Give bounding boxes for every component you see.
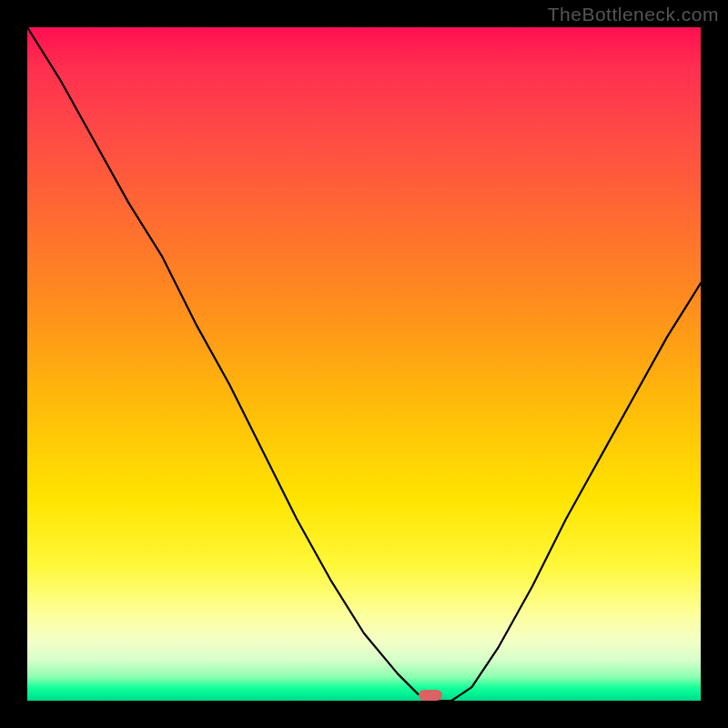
chart-frame: TheBottleneck.com (0, 0, 728, 728)
watermark-text: TheBottleneck.com (548, 4, 719, 25)
plot-area (27, 27, 701, 701)
minimum-marker (419, 690, 442, 701)
bottleneck-curve (27, 27, 701, 701)
